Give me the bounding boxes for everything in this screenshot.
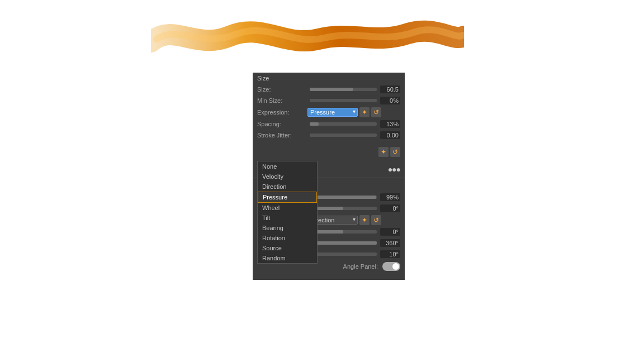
size-label: Size: — [257, 86, 307, 93]
dropdown-item-wheel[interactable]: Wheel — [258, 203, 317, 213]
expression-random-icon[interactable]: ↺ — [371, 107, 381, 117]
expression-label: Expression: — [257, 109, 307, 116]
squeeze-value[interactable]: 99% — [380, 193, 400, 201]
squeeze-slider[interactable] — [310, 196, 377, 199]
spacing-value[interactable]: 13% — [380, 120, 400, 128]
dropdown-item-bearing[interactable]: Bearing — [258, 223, 317, 233]
expression-select-wrapper[interactable]: Pressure — [307, 108, 358, 117]
dropdown-item-velocity[interactable]: Velocity — [258, 172, 317, 182]
expression-dropdown: None Velocity Direction Pressure Wheel T… — [257, 161, 318, 264]
direction-slider[interactable] — [310, 230, 377, 234]
angle-panel-toggle[interactable] — [382, 262, 400, 271]
spacing-label: Spacing: — [257, 121, 307, 127]
size-row: Size: 60.5 — [253, 84, 405, 95]
spacing-slider[interactable] — [310, 122, 377, 126]
dropdown-item-pressure[interactable]: Pressure — [258, 192, 317, 203]
dropdown-item-rotation[interactable]: Rotation — [258, 233, 317, 243]
expression-row: Expression: Pressure ✦ ↺ None Velocity D… — [253, 106, 405, 118]
spacing-row: Spacing: 13% — [253, 118, 405, 130]
stroke-jitter-row: Stroke Jitter: 0.00 — [253, 130, 405, 141]
angle-random-icon[interactable]: ↺ — [371, 215, 381, 225]
dropdown-item-source[interactable]: Source — [258, 243, 317, 253]
min-size-slider[interactable] — [310, 99, 377, 102]
dots-icon: ●●● — [388, 165, 400, 174]
min-size-row: Min Size: 0% — [253, 95, 405, 106]
stroke-jitter-label: Stroke Jitter: — [257, 132, 307, 139]
size-extra-controls: ✦ ↺ — [253, 141, 405, 163]
dropdown-item-random[interactable]: Random — [258, 253, 317, 263]
angle-panel-label: Angle Panel: — [343, 263, 378, 270]
stroke-jitter-value[interactable]: 0.00 — [380, 131, 400, 139]
size-header-label: Size — [257, 75, 269, 82]
size-map-icon-2[interactable]: ✦ — [378, 147, 389, 157]
dropdown-item-none[interactable]: None — [258, 161, 317, 172]
size-random-icon-2[interactable]: ↺ — [390, 147, 400, 157]
angle-map-icon[interactable]: ✦ — [359, 215, 370, 225]
size-section-header: Size — [253, 73, 405, 84]
brush-stroke — [151, 11, 464, 61]
dropdown-item-direction[interactable]: Direction — [258, 182, 317, 192]
min-size-label: Min Size: — [257, 97, 307, 104]
ang-range-value[interactable]: 360° — [380, 239, 400, 247]
ang-range-slider[interactable] — [310, 241, 377, 245]
angle-slider[interactable] — [310, 207, 377, 210]
ang-step-slider[interactable] — [310, 253, 377, 256]
stroke-jitter-slider[interactable] — [310, 134, 377, 137]
min-size-value[interactable]: 0% — [380, 97, 400, 104]
ang-step-value[interactable]: 10° — [380, 250, 400, 258]
size-slider[interactable] — [310, 88, 377, 91]
direction-value[interactable]: 0° — [380, 228, 400, 236]
dropdown-item-tilt[interactable]: Tilt — [258, 213, 317, 223]
brush-settings-panel: Size Size: 60.5 Min Size: 0% Expression:… — [253, 73, 405, 280]
expression-map-icon[interactable]: ✦ — [359, 107, 370, 117]
expression-select[interactable]: Pressure — [307, 108, 358, 117]
angle-value[interactable]: 0° — [380, 204, 400, 212]
size-value[interactable]: 60.5 — [380, 85, 400, 93]
